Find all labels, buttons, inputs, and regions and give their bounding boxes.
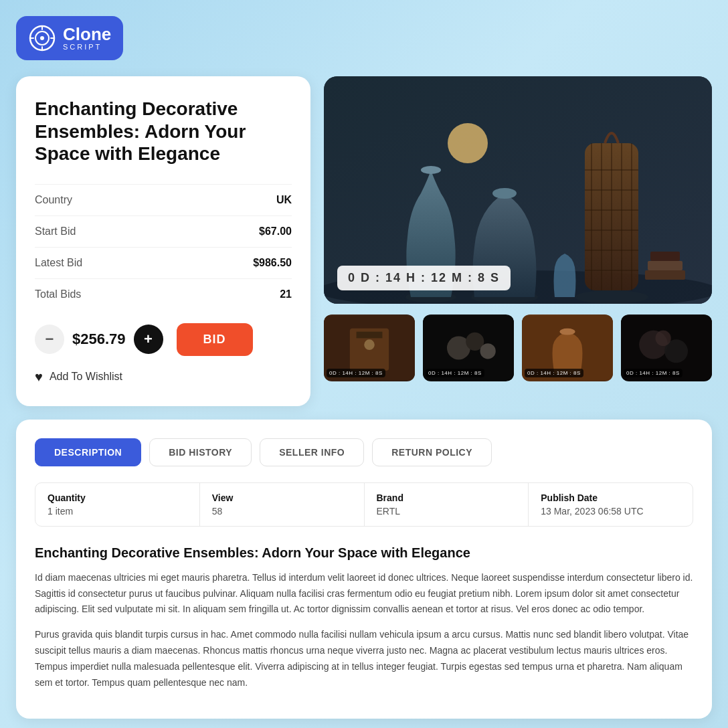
thumb-timer-2: 0D : 14H : 12M : 8S: [426, 369, 484, 377]
stat-view-value: 58: [212, 506, 352, 517]
thumbnail-3[interactable]: 0D : 14H : 12M : 8S: [522, 314, 613, 381]
bottom-panel: DESCRIPTION BID HISTORY SELLER INFO RETU…: [16, 420, 712, 719]
svg-point-34: [480, 343, 495, 359]
start-bid-label: Start Bid: [35, 225, 76, 238]
latest-bid-label: Latest Bid: [35, 257, 82, 269]
total-bids-row: Total Bids 21: [35, 278, 292, 310]
thumbnail-2[interactable]: 0D : 14H : 12M : 8S: [423, 314, 514, 381]
tab-description[interactable]: DESCRIPTION: [35, 438, 141, 466]
svg-point-5: [448, 123, 488, 163]
logo-text-block: Clone SCRIPT: [63, 25, 111, 51]
right-panel: 0 D : 14 H : 12 M : 8 S 0D : 14H : 12M :…: [324, 76, 712, 406]
latest-bid-value: $986.50: [253, 257, 292, 269]
stat-view-label: View: [212, 492, 352, 503]
start-bid-value: $67.00: [259, 225, 292, 238]
wishlist-button[interactable]: ♥ Add To Wishlist: [35, 369, 122, 385]
stats-table: Quantity 1 item View 58 Brand ERTL Publi…: [35, 482, 693, 527]
stat-publish-date: Publish Date 13 Mar, 2023 06:58 UTC: [529, 483, 693, 526]
bid-increase-button[interactable]: +: [134, 325, 163, 354]
wishlist-label: Add To Wishlist: [50, 371, 122, 383]
stat-publish-date-value: 13 Mar, 2023 06:58 UTC: [541, 506, 680, 517]
svg-point-36: [559, 329, 575, 335]
product-title: Enchanting Decorative Ensembles: Adorn Y…: [35, 98, 292, 165]
timer-display: 0 D : 14 H : 12 M : 8 S: [348, 271, 500, 284]
country-label: Country: [35, 194, 72, 206]
thumb-timer-4: 0D : 14H : 12M : 8S: [624, 369, 682, 377]
latest-bid-row: Latest Bid $986.50: [35, 247, 292, 278]
stat-quantity-value: 1 item: [48, 506, 187, 517]
left-panel: Enchanting Decorative Ensembles: Adorn Y…: [16, 76, 310, 406]
total-bids-label: Total Bids: [35, 288, 81, 300]
logo-name: Clone: [63, 25, 111, 43]
stat-brand-value: ERTL: [377, 506, 517, 517]
thumb-timer-3: 0D : 14H : 12M : 8S: [525, 369, 583, 377]
heart-icon: ♥: [35, 369, 43, 385]
stat-view: View 58: [200, 483, 365, 526]
bid-control: − $256.79 + BID: [35, 323, 292, 356]
tab-seller-info[interactable]: SELLER INFO: [260, 438, 364, 466]
logo-icon: [28, 24, 56, 52]
svg-point-7: [421, 166, 441, 174]
svg-point-2: [40, 36, 44, 40]
logo-container: Clone SCRIPT: [16, 16, 123, 60]
start-bid-row: Start Bid $67.00: [35, 215, 292, 247]
thumbnail-1[interactable]: 0D : 14H : 12M : 8S: [324, 314, 415, 381]
tab-bar: DESCRIPTION BID HISTORY SELLER INFO RETU…: [35, 438, 693, 466]
bid-amount-display: $256.79: [72, 331, 126, 348]
description-paragraph-1: Id diam maecenas ultricies mi eget mauri…: [35, 570, 693, 618]
svg-point-10: [575, 290, 648, 304]
tab-bid-history[interactable]: BID HISTORY: [149, 438, 252, 466]
stat-quantity-label: Quantity: [48, 492, 187, 503]
svg-rect-29: [357, 332, 383, 339]
header: Clone SCRIPT: [16, 16, 712, 60]
main-timer-badge: 0 D : 14 H : 12 M : 8 S: [337, 266, 511, 290]
description-paragraph-2: Purus gravida quis blandit turpis cursus…: [35, 627, 693, 691]
svg-rect-26: [650, 252, 680, 261]
bid-decrease-button[interactable]: −: [35, 325, 64, 354]
svg-point-9: [492, 188, 517, 199]
svg-rect-24: [645, 270, 685, 280]
tab-return-policy[interactable]: RETURN POLICY: [372, 438, 492, 466]
thumbnail-row: 0D : 14H : 12M : 8S 0D : 14H : 12M : 8S …: [324, 314, 712, 381]
country-row: Country UK: [35, 184, 292, 215]
stat-brand: Brand ERTL: [365, 483, 529, 526]
main-product-image: 0 D : 14 H : 12 M : 8 S: [324, 76, 712, 304]
country-value: UK: [276, 194, 292, 206]
svg-point-30: [364, 339, 375, 350]
main-content: Enchanting Decorative Ensembles: Adorn Y…: [16, 76, 712, 406]
stat-quantity: Quantity 1 item: [35, 483, 200, 526]
description-title: Enchanting Decorative Ensembles: Adorn Y…: [35, 545, 693, 561]
stat-publish-date-label: Publish Date: [541, 492, 680, 503]
svg-rect-25: [648, 261, 682, 270]
total-bids-value: 21: [280, 288, 292, 300]
svg-point-40: [655, 331, 670, 346]
thumb-timer-1: 0D : 14H : 12M : 8S: [327, 369, 385, 377]
bid-submit-button[interactable]: BID: [177, 323, 253, 356]
stat-brand-label: Brand: [377, 492, 517, 503]
thumbnail-4[interactable]: 0D : 14H : 12M : 8S: [621, 314, 712, 381]
